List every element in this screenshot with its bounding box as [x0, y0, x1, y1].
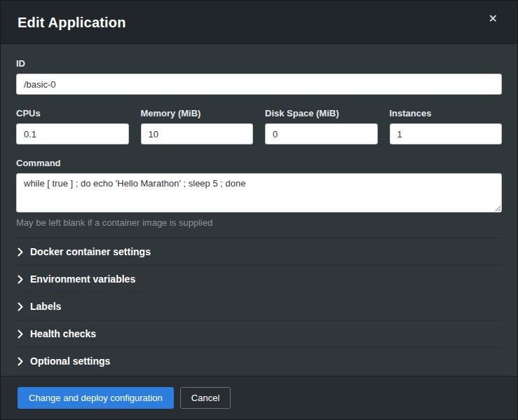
memory-field-group: Memory (MiB) [141, 108, 254, 144]
close-icon[interactable]: ✕ [486, 12, 500, 26]
id-field-group: ID [16, 58, 502, 95]
accordion-sections: Docker container settings Environment va… [16, 238, 502, 375]
disk-field-group: Disk Space (MiB) [265, 108, 378, 144]
disk-space-label: Disk Space (MiB) [265, 108, 378, 118]
command-field-group: Command while [ true ] ; do echo 'Hello … [16, 158, 502, 228]
section-label: Health checks [30, 328, 96, 339]
instances-label: Instances [390, 108, 503, 118]
memory-label: Memory (MiB) [141, 108, 254, 118]
command-label: Command [16, 158, 502, 168]
command-help-text: May be left blank if a container image i… [16, 217, 502, 228]
section-health-checks[interactable]: Health checks [16, 320, 502, 347]
section-docker-container-settings[interactable]: Docker container settings [16, 238, 502, 265]
command-textarea[interactable]: while [ true ] ; do echo 'Hello Marathon… [16, 173, 502, 212]
modal-header: Edit Application ✕ [1, 1, 517, 44]
chevron-right-icon [18, 330, 23, 339]
section-environment-variables[interactable]: Environment variables [16, 265, 502, 292]
instances-field-group: Instances [390, 108, 503, 144]
section-label: Docker container settings [30, 246, 151, 257]
resources-row: CPUs Memory (MiB) Disk Space (MiB) Insta… [16, 108, 502, 144]
edit-application-modal: Edit Application ✕ ID CPUs Memory (MiB) … [0, 0, 518, 420]
chevron-right-icon [18, 357, 23, 366]
cpus-input[interactable] [16, 123, 129, 144]
section-label: Optional settings [30, 355, 110, 367]
chevron-right-icon [18, 302, 23, 311]
section-label: Labels [30, 301, 61, 312]
section-optional-settings[interactable]: Optional settings [16, 347, 502, 375]
section-label: Environment variables [30, 273, 135, 285]
id-input[interactable] [16, 74, 502, 95]
cancel-button[interactable]: Cancel [180, 387, 231, 409]
disk-space-input[interactable] [265, 123, 378, 144]
modal-body: ID CPUs Memory (MiB) Disk Space (MiB) In… [1, 44, 517, 376]
cpus-label: CPUs [16, 108, 129, 118]
modal-footer: Change and deploy configuration Cancel [1, 376, 517, 419]
modal-title: Edit Application [18, 15, 126, 31]
memory-input[interactable] [141, 123, 254, 144]
chevron-right-icon [18, 248, 23, 257]
change-and-deploy-button[interactable]: Change and deploy configuration [18, 387, 174, 409]
section-labels[interactable]: Labels [16, 292, 502, 320]
instances-input[interactable] [390, 123, 503, 144]
cpus-field-group: CPUs [16, 108, 129, 144]
chevron-right-icon [18, 275, 23, 284]
id-label: ID [16, 58, 502, 69]
